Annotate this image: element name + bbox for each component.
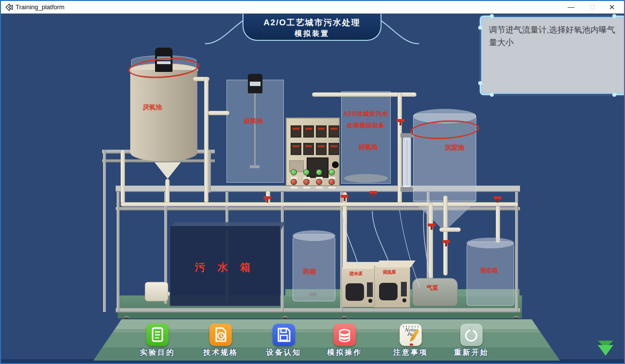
device-title-line2: 处理模拟设备 <box>340 121 392 130</box>
button-label: 技术规格 <box>191 348 250 357</box>
device-title-line1: A2O法城市污水 <box>340 110 392 118</box>
instruction-text: 调节进气流量计,选择好氧池内曝气量大小 <box>489 24 617 50</box>
button-label: 注意事项 <box>382 348 440 357</box>
valve-handle[interactable] <box>442 240 450 243</box>
air-pump-label: 气泵 <box>427 284 438 292</box>
valve-handle[interactable] <box>263 196 271 199</box>
panel-green-button[interactable] <box>291 169 297 175</box>
pipe-segment <box>204 77 208 203</box>
notepad-mark <box>410 344 413 346</box>
panel-green-button[interactable] <box>329 169 335 175</box>
green-deck-front <box>118 312 522 318</box>
anoxic-tank-label: 缺氧池 <box>244 117 263 125</box>
button-experiment-purpose[interactable]: 实验目的 <box>128 324 187 358</box>
frame-bar <box>116 308 520 312</box>
valve-handle[interactable] <box>369 191 377 194</box>
notepad-text: Notes Pad <box>400 328 422 337</box>
power-stem <box>470 327 473 334</box>
instruction-panel: 调节进气流量计,选择好氧池内曝气量大小 <box>481 17 625 94</box>
panel-meter <box>303 143 314 155</box>
frame-post <box>515 192 518 312</box>
pipe-segment <box>208 111 229 115</box>
panel-meter <box>316 143 327 155</box>
anaerobic-tank-body <box>130 70 197 161</box>
panel-meter <box>329 125 339 138</box>
minimize-button[interactable]: — <box>561 1 581 13</box>
air-pump[interactable] <box>412 278 458 306</box>
feed-pump[interactable] <box>145 282 168 301</box>
sewage-tank-label: 污 水 箱 <box>170 260 280 274</box>
pipe-segment <box>496 202 500 243</box>
floppy-disk-icon <box>273 324 295 346</box>
flowmeter-fitting <box>400 187 413 191</box>
valve-handle[interactable] <box>494 196 502 199</box>
button-simulation-operation[interactable]: 模拟操作 <box>315 324 374 358</box>
panel-green-button[interactable] <box>303 169 310 175</box>
titlebar: Training_platform — □ ✕ <box>1 1 624 14</box>
button-precautions[interactable]: Notes Pad 注意事项 <box>382 324 440 358</box>
button-equipment-cognition[interactable]: 设备认知 <box>255 324 313 358</box>
app-window: Training_platform — □ ✕ A2/O工艺城市污水处理 模拟装… <box>0 0 625 364</box>
window-title: Training_platform <box>16 3 65 11</box>
banner-title-line1: A2/O工艺城市污水处理 <box>243 17 381 28</box>
button-label: 重新开始 <box>442 348 501 357</box>
panel-red-button[interactable] <box>291 179 297 185</box>
close-button[interactable]: ✕ <box>602 1 622 13</box>
panel-red-button[interactable] <box>303 179 310 185</box>
valve-handle[interactable] <box>341 195 348 198</box>
button-label: 实验目的 <box>128 348 187 357</box>
chemical-tank-label: 药箱 <box>303 267 316 276</box>
clean-water-tank-label: 清水箱 <box>480 266 498 275</box>
collapse-chevron-icon[interactable] <box>595 338 616 358</box>
motor-label-plate <box>250 82 260 86</box>
pipe-segment <box>121 150 125 204</box>
frame-post <box>281 192 284 312</box>
panel-red-button[interactable] <box>329 179 335 185</box>
stacked-layers-icon <box>333 324 356 346</box>
document-clock-icon <box>209 324 232 346</box>
control-panel <box>286 118 340 186</box>
panel-meter <box>291 143 301 155</box>
panel-meter <box>291 125 301 138</box>
aerobic-tank-body <box>341 91 391 184</box>
button-technical-specs[interactable]: 技术规格 <box>191 324 250 358</box>
frame-post <box>117 192 120 312</box>
anaerobic-tank-label: 厌氧池 <box>143 103 162 112</box>
power-icon <box>460 324 483 346</box>
stirrer-paddle <box>250 165 260 168</box>
aeration-diffuser <box>344 174 388 183</box>
valve-handle[interactable] <box>397 119 404 122</box>
panel-ornament <box>480 16 492 28</box>
panel-red-button[interactable] <box>316 179 322 185</box>
button-label: 设备认知 <box>255 348 313 357</box>
panel-ornament <box>614 83 625 95</box>
panel-ornament <box>614 16 625 28</box>
inlet-pump-label: 进水泵 <box>349 271 363 277</box>
reflux-pump-label: 回流泵 <box>383 269 396 276</box>
panel-green-button[interactable] <box>316 169 322 175</box>
valve-handle[interactable] <box>428 224 435 226</box>
panel-meter <box>303 125 314 138</box>
page-title-banner: A2/O工艺城市污水处理 模拟装置 <box>243 14 382 41</box>
pipe-segment <box>165 179 170 204</box>
panel-meter <box>316 125 327 138</box>
button-label: 模拟操作 <box>315 348 374 357</box>
stirrer-shaft <box>254 93 256 166</box>
banner-title-line2: 模拟装置 <box>243 29 381 38</box>
unity-logo-icon <box>5 3 14 12</box>
panel-ornament <box>480 83 492 95</box>
chemical-tank-valve[interactable] <box>309 293 317 296</box>
peristaltic-pump[interactable]: 回流泵 <box>374 266 410 308</box>
document-lines-icon <box>146 324 169 346</box>
frame-post <box>103 150 106 312</box>
sedimentation-tank-label: 沉淀池 <box>445 143 464 152</box>
peristaltic-pump[interactable]: 进水泵 <box>341 267 376 307</box>
air-flowmeter[interactable] <box>402 137 411 188</box>
pipe-segment <box>443 195 448 276</box>
aerobic-tank-label: 好氧池 <box>359 143 378 152</box>
pipe-segment <box>439 227 461 232</box>
notes-pad-icon: Notes Pad <box>399 324 422 346</box>
maximize-button[interactable]: □ <box>582 1 603 13</box>
panel-knob <box>332 161 339 168</box>
button-restart[interactable]: 重新开始 <box>442 324 501 358</box>
